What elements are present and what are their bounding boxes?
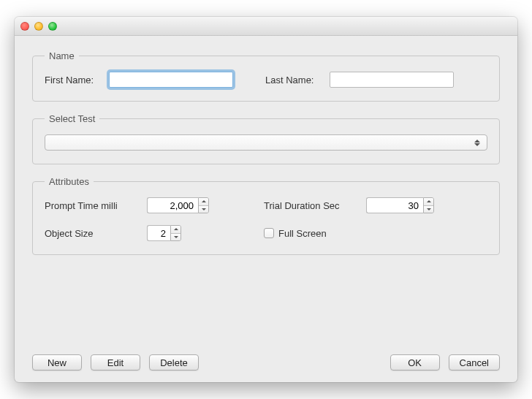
attributes-group: Attributes Prompt Time milli Trial Durat… <box>32 176 500 255</box>
edit-button[interactable]: Edit <box>91 354 140 370</box>
dialog-window: Name First Name: Last Name: Select Test <box>15 17 517 382</box>
first-name-label: First Name: <box>45 75 103 86</box>
full-screen-row: Full Screen <box>264 228 366 239</box>
trial-duration-input[interactable] <box>366 197 423 213</box>
ok-button[interactable]: OK <box>390 354 440 370</box>
prompt-time-stepper[interactable] <box>147 197 220 213</box>
zoom-icon[interactable] <box>48 22 57 31</box>
prompt-time-label: Prompt Time milli <box>45 200 147 211</box>
prompt-time-up-button[interactable] <box>199 198 208 206</box>
trial-duration-up-button[interactable] <box>424 198 433 206</box>
trial-duration-label: Trial Duration Sec <box>264 200 366 211</box>
trial-duration-stepper[interactable] <box>366 197 439 213</box>
object-size-up-button[interactable] <box>171 226 180 234</box>
button-row: New Edit Delete OK Cancel <box>32 340 500 370</box>
select-test-legend: Select Test <box>45 113 99 124</box>
object-size-label: Object Size <box>45 228 147 239</box>
object-size-input[interactable] <box>147 225 170 241</box>
prompt-time-down-button[interactable] <box>199 206 208 213</box>
chevron-updown-icon <box>472 137 482 148</box>
minimize-icon[interactable] <box>34 22 43 31</box>
name-legend: Name <box>45 50 79 61</box>
cancel-button[interactable]: Cancel <box>449 354 500 370</box>
last-name-label: Last Name: <box>265 75 324 86</box>
new-button[interactable]: New <box>32 354 82 370</box>
titlebar <box>15 17 517 36</box>
delete-button[interactable]: Delete <box>149 354 199 370</box>
test-select[interactable] <box>45 134 487 151</box>
last-name-input[interactable] <box>330 72 454 88</box>
full-screen-label: Full Screen <box>278 228 327 239</box>
object-size-stepper[interactable] <box>147 225 220 241</box>
prompt-time-input[interactable] <box>147 197 198 213</box>
select-test-group: Select Test <box>32 113 500 164</box>
first-name-input[interactable] <box>109 72 233 88</box>
full-screen-checkbox[interactable] <box>264 228 274 238</box>
attributes-legend: Attributes <box>45 176 94 187</box>
close-icon[interactable] <box>20 22 29 31</box>
object-size-down-button[interactable] <box>171 234 180 241</box>
trial-duration-down-button[interactable] <box>424 206 433 213</box>
name-group: Name First Name: Last Name: <box>32 50 500 102</box>
dialog-content: Name First Name: Last Name: Select Test <box>15 36 517 382</box>
